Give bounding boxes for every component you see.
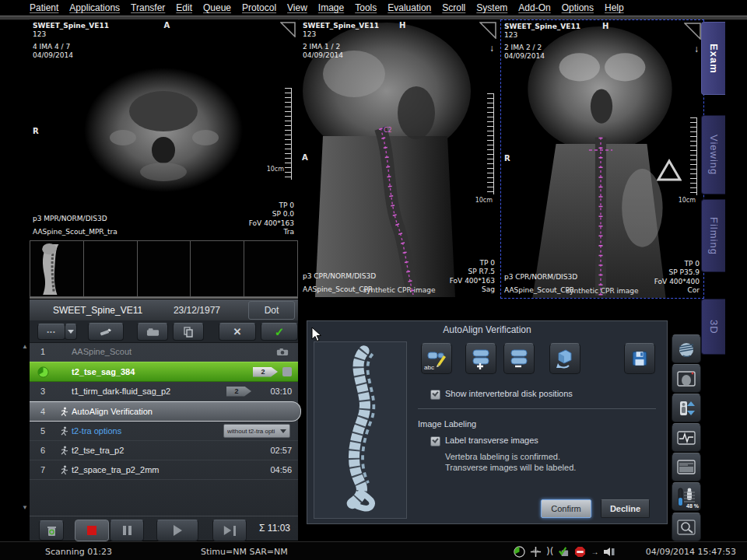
monitor-layout-icon xyxy=(677,460,696,474)
physio-signal-button[interactable] xyxy=(672,423,701,452)
patient-name: SWEET_Spine_VE11 xyxy=(53,305,142,316)
tab-filming[interactable]: Filming xyxy=(701,199,725,272)
menu-queue[interactable]: Queue xyxy=(203,2,231,13)
menu-patient[interactable]: Patient xyxy=(30,2,58,13)
clipped-corner-icon xyxy=(479,22,496,39)
confirm-button[interactable]: Confirm xyxy=(541,499,591,518)
menu-transfer[interactable]: Transfer xyxy=(131,2,165,13)
menu-scroll[interactable]: Scroll xyxy=(442,2,465,13)
menu-evaluation[interactable]: Evaluation xyxy=(388,2,431,13)
system-datetime: 04/09/2014 15:47:53 xyxy=(646,547,736,557)
geometry-info-overlay: TP 0 SP R7.5 FoV 400*163 Sag xyxy=(450,259,495,294)
tab-3d[interactable]: 3D xyxy=(701,299,725,355)
pause-indicator-icon[interactable] xyxy=(282,367,292,376)
flip-view-button[interactable] xyxy=(549,343,580,374)
thumbnail-empty[interactable] xyxy=(84,240,138,297)
vertebra-plus-icon xyxy=(470,348,492,369)
table-position-button[interactable]: 48 % xyxy=(672,482,701,511)
protocol-row-t2-tse-tra[interactable]: 6 t2_tse_tra_p2 02:57 xyxy=(30,441,298,460)
pause-button[interactable] xyxy=(110,520,144,541)
pencil-icon xyxy=(99,327,113,338)
snapshot-camera-icon xyxy=(275,348,290,356)
stop-button[interactable] xyxy=(75,520,109,541)
menu-view[interactable]: View xyxy=(287,2,307,13)
loaded-check-icon xyxy=(558,546,570,557)
menu-applications[interactable]: Applications xyxy=(69,2,120,13)
scanning-clock-icon xyxy=(30,366,56,378)
protocol-name: t2_tse_tra_p2 xyxy=(72,446,256,455)
decline-button[interactable]: Decline xyxy=(601,499,650,518)
protocol-row-aaspine-scout[interactable]: 1 AASpine_Scout xyxy=(30,342,298,362)
protocol-row-autoalign-selected[interactable]: 4 AutoAlign Verification xyxy=(30,401,301,422)
protocol-row-t2-tse-sag-scanning[interactable]: t2_tse_sag_384 2 xyxy=(30,362,298,382)
protocol-toolbar: ••• ✕ ✓ xyxy=(30,320,298,343)
edit-label-button[interactable]: abc xyxy=(421,343,452,374)
remove-vertebra-button[interactable] xyxy=(503,343,535,374)
protocol-row-t2-tra-options[interactable]: 5 t2-tra options without t2-tra opti xyxy=(30,422,298,441)
image-frame-icon xyxy=(677,371,696,387)
thumbnail-spine-sagittal[interactable] xyxy=(30,240,84,297)
t2-tra-options-dropdown[interactable]: without t2-tra opti xyxy=(223,424,290,438)
patient-reposition-button[interactable] xyxy=(672,394,701,422)
save-button[interactable] xyxy=(624,343,655,374)
head-coil-button[interactable] xyxy=(672,334,701,363)
dot-button[interactable]: Dot xyxy=(248,301,295,320)
menu-addon[interactable]: Add-On xyxy=(518,2,550,13)
view-mode-button[interactable]: ••• xyxy=(37,324,65,340)
play-button[interactable] xyxy=(156,520,198,541)
dialog-title: AutoAlign Verification xyxy=(307,324,667,335)
image-viewer-button[interactable] xyxy=(672,364,701,393)
geometry-info-overlay: TP 0 SP P35.9 FoV 400*400 Cor xyxy=(654,260,700,295)
viewport-sagittal[interactable]: SWEET_Spine_VE11 123 2 IMA 1 / 2 04/09/2… xyxy=(300,19,499,297)
show-disks-checkbox[interactable] xyxy=(430,390,440,400)
label-transverse-checkbox[interactable] xyxy=(430,436,440,446)
row-number: 4 xyxy=(30,407,56,416)
speaker-icon xyxy=(603,547,615,557)
orientation-marker-top: A xyxy=(164,21,170,30)
skip-button[interactable] xyxy=(212,520,247,541)
protocol-name-link[interactable]: t2-tra options xyxy=(72,426,223,436)
thumbnail-empty[interactable] xyxy=(138,240,191,297)
dialog-divider xyxy=(418,408,656,409)
scan-duration: 02:57 xyxy=(256,446,298,455)
thumbnail-empty[interactable] xyxy=(191,240,244,297)
viewport-coronal-selected[interactable]: SWEET_Spine_VE11 123 2 IMA 2 / 2 04/09/2… xyxy=(500,19,704,299)
ruler-label: 10cm xyxy=(679,197,696,204)
menu-protocol[interactable]: Protocol xyxy=(242,2,276,13)
view-mode-dropdown[interactable] xyxy=(65,324,77,340)
edit-protocol-button[interactable] xyxy=(88,323,124,341)
menu-system[interactable]: System xyxy=(476,2,507,13)
browse-button[interactable] xyxy=(137,323,168,341)
apply-protocol-button[interactable]: ✓ xyxy=(261,323,298,341)
scroll-down-icon[interactable]: ↓ xyxy=(489,43,494,54)
menu-tools[interactable]: Tools xyxy=(355,2,377,13)
menu-edit[interactable]: Edit xyxy=(176,2,192,13)
display-layout-button[interactable] xyxy=(672,453,701,481)
menu-image[interactable]: Image xyxy=(318,2,344,13)
protocol-name: t1_tirm_dark-fluid_sag_p2 xyxy=(72,387,226,396)
scroll-up-icon[interactable]: ▲ xyxy=(22,343,28,350)
clipped-corner-icon xyxy=(684,23,701,40)
spine-illustration-panel[interactable] xyxy=(314,341,407,519)
ruler-label: 10cm xyxy=(267,166,284,173)
protocol-name: AASpine_Scout xyxy=(72,347,275,356)
viewport-axial[interactable]: SWEET_Spine_VE11 123 4 IMA 4 / 7 04/09/2… xyxy=(30,19,298,240)
scroll-down-icon[interactable]: ▼ xyxy=(22,504,28,511)
tab-exam[interactable]: Exam xyxy=(701,22,725,95)
scroll-down-icon[interactable]: ↓ xyxy=(694,44,699,54)
badge-value: 2 xyxy=(261,368,265,376)
delete-queue-button[interactable] xyxy=(39,520,64,541)
tab-viewing[interactable]: Viewing xyxy=(701,115,725,194)
tab-filming-label: Filming xyxy=(708,217,720,255)
image-inspect-button[interactable] xyxy=(672,513,701,541)
protocol-row-t1-tirm[interactable]: 3 t1_tirm_dark-fluid_sag_p2 2 03:10 xyxy=(30,382,298,401)
thumbnail-empty[interactable] xyxy=(244,240,298,297)
add-vertebra-button[interactable] xyxy=(465,343,496,374)
protocol-row-t2-space-tra[interactable]: 7 t2_space_tra_p2_2mm 04:56 xyxy=(30,460,298,480)
coil-brackets-icon: )( xyxy=(546,546,553,557)
copy-button[interactable] xyxy=(173,323,204,341)
stop-icon xyxy=(87,526,96,535)
menu-options[interactable]: Options xyxy=(562,2,594,13)
menu-help[interactable]: Help xyxy=(605,2,624,13)
cancel-protocol-button[interactable]: ✕ xyxy=(219,323,256,341)
